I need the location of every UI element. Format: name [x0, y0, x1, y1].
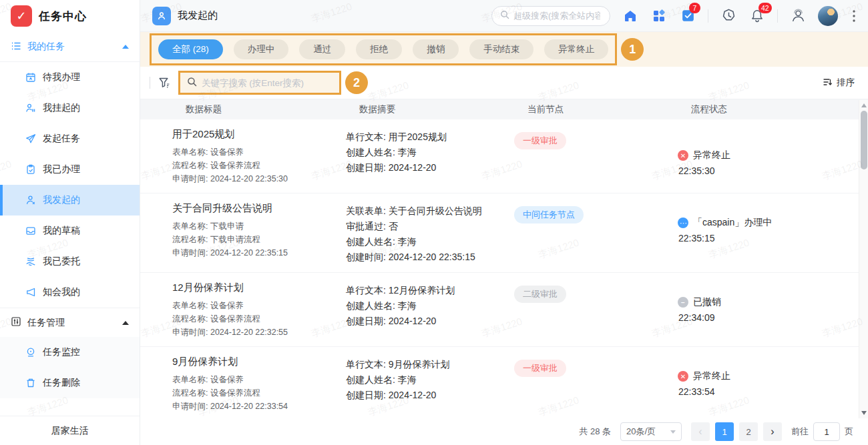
sidebar-item-task-delete[interactable]: 任务删除 [0, 368, 140, 398]
page-button-1[interactable]: 1 [715, 422, 734, 441]
sidebar-item-label: 我已办理 [43, 163, 80, 175]
footer-label: 居家生活 [51, 425, 89, 437]
filter-tab-revoked[interactable]: 撤销 [413, 39, 459, 59]
status-time: 22:35:15 [678, 233, 868, 244]
sidebar-item-initiate-task[interactable]: 发起任务 [0, 123, 140, 154]
next-page-button[interactable]: › [763, 422, 782, 441]
scroll-up-icon[interactable] [861, 103, 867, 107]
scroll-down-icon[interactable] [861, 411, 867, 415]
sidebar-item-drafts[interactable]: 我的草稿 [0, 215, 140, 246]
keyword-search[interactable] [182, 77, 338, 89]
row-summary: 创建人姓名: 李海 [346, 145, 514, 160]
sort-label: 排序 [837, 77, 855, 89]
page-person-icon [152, 7, 171, 25]
table-row[interactable]: 12月份保养计划 表单名称: 设备保养 流程名称: 设备保养流程 申请时间: 2… [140, 273, 868, 347]
status-filter-strip: 全部 (28) 办理中 通过 拒绝 撤销 手动结束 异常终止 1 [140, 32, 868, 67]
filter-tab-processing[interactable]: 办理中 [234, 39, 289, 59]
sidebar-item-delegated[interactable]: 我已委托 [0, 246, 140, 277]
kebab-menu-icon[interactable] [849, 7, 859, 25]
sidebar-item-initiated-by-me[interactable]: 我发起的 [0, 185, 140, 215]
logo-check-icon: ✓ [11, 5, 32, 27]
row-summary: 创建日期: 2024-12-20 [346, 160, 514, 175]
total-count: 共 28 条 [579, 426, 611, 438]
support-person-icon[interactable] [789, 7, 807, 25]
filter-tab-manual-end[interactable]: 手动结束 [469, 39, 533, 59]
sidebar-item-task-monitor[interactable]: 任务监控 [0, 337, 140, 368]
sidebar-item-label: 任务监控 [43, 346, 80, 358]
row-meta: 流程名称: 设备保养流程 [172, 312, 346, 326]
page-button-2[interactable]: 2 [739, 422, 758, 441]
filter-tab-rejected[interactable]: 拒绝 [356, 39, 402, 59]
inbox-icon [25, 226, 36, 236]
scrollbar[interactable] [859, 100, 868, 418]
table-row[interactable]: 关于合同升级公告说明 表单名称: 下载申请 流程名称: 下载申请流程 申请时间:… [140, 193, 868, 273]
row-summary: 关联表单: 关于合同升级公告说明 [346, 203, 514, 219]
row-title[interactable]: 9月份保养计划 [172, 356, 346, 368]
search-icon [187, 77, 197, 89]
list-toolbar: 2 排序 [140, 67, 868, 99]
collapse-arrow-icon [122, 45, 129, 49]
row-summary: 创建日期: 2024-12-20 [346, 388, 514, 403]
filter-tab-all[interactable]: 全部 (28) [158, 39, 223, 59]
processing-icon: ⋯ [678, 217, 688, 228]
revoked-icon: − [678, 297, 688, 308]
todo-count-badge: 7 [689, 3, 700, 13]
error-icon: ✕ [678, 371, 688, 382]
chevron-down-icon [670, 430, 676, 434]
goto-unit: 页 [845, 426, 853, 438]
keyword-search-input[interactable] [202, 78, 322, 88]
home-icon[interactable] [622, 7, 639, 25]
app-title: 任务中心 [39, 9, 87, 24]
sidebar-group-task-management[interactable]: 任务管理 [0, 308, 140, 337]
app-logo[interactable]: ✓ 任务中心 [0, 0, 140, 32]
calendar-icon [25, 72, 36, 83]
filter-tab-approved[interactable]: 通过 [299, 39, 345, 59]
row-title[interactable]: 关于合同升级公告说明 [172, 202, 346, 215]
sidebar-item-label: 任务删除 [43, 377, 80, 389]
sidebar-footer-home-life[interactable]: 居家生活 [0, 416, 140, 445]
task-check-icon[interactable]: 7 [679, 7, 696, 25]
table-row[interactable]: 用于2025规划 表单名称: 设备保养 流程名称: 设备保养流程 申请时间: 2… [140, 119, 868, 193]
sidebar-item-suspended[interactable]: 我挂起的 [0, 93, 140, 123]
row-meta: 申请时间: 2024-12-20 22:32:55 [172, 326, 346, 339]
history-clock-icon[interactable] [720, 7, 737, 25]
table-row[interactable]: 9月份保养计划 表单名称: 设备保养 流程名称: 设备保养流程 申请时间: 20… [140, 347, 868, 421]
global-search-input[interactable] [513, 11, 600, 21]
node-badge: 一级审批 [514, 132, 566, 149]
sidebar-item-cc-me[interactable]: 知会我的 [0, 277, 140, 308]
page-size-select[interactable]: 20条/页 [620, 422, 682, 441]
trash-icon [25, 378, 36, 388]
row-summary: 单行文本: 9月份保养计划 [346, 357, 514, 372]
user-avatar[interactable] [818, 6, 838, 26]
bell-icon[interactable]: 42 [748, 7, 766, 25]
row-title[interactable]: 12月份保养计划 [172, 282, 346, 294]
apps-grid-icon[interactable] [650, 7, 668, 25]
annotation-box-2 [178, 71, 341, 95]
filter-funnel-icon[interactable] [158, 77, 170, 89]
prev-page-button[interactable]: ‹ [691, 422, 710, 441]
row-title[interactable]: 用于2025规划 [172, 128, 346, 141]
page-title: 我发起的 [178, 9, 218, 22]
goto-page: 前往 页 [791, 422, 853, 441]
global-search[interactable] [491, 6, 610, 26]
filter-tab-abnormal-end[interactable]: 异常终止 [544, 39, 608, 59]
topbar-actions: 7 42 [491, 6, 859, 26]
person-pause-icon [25, 103, 36, 113]
node-badge: 中间任务节点 [514, 206, 584, 224]
row-summary: 单行文本: 用于2025规划 [346, 129, 514, 145]
status-label: 异常终止 [693, 370, 730, 382]
sidebar-item-todo[interactable]: 待我办理 [0, 62, 140, 93]
page-size-value: 20条/页 [626, 426, 656, 438]
sort-button[interactable]: 排序 [823, 77, 855, 89]
status-label: 已撤销 [693, 296, 721, 308]
status-time: 22:34:09 [678, 312, 868, 323]
sidebar: ✓ 任务中心 我的任务 待我办理 我挂起的 发起任务 我已办理 [0, 0, 140, 445]
scrollbar-thumb[interactable] [861, 111, 867, 169]
paper-plane-icon [25, 133, 36, 144]
clipboard-check-icon [25, 164, 36, 175]
goto-page-input[interactable] [813, 422, 840, 441]
sidebar-item-label: 我发起的 [43, 194, 80, 206]
sidebar-group-my-tasks[interactable]: 我的任务 [0, 32, 140, 61]
sidebar-item-handled[interactable]: 我已办理 [0, 154, 140, 185]
divider [777, 9, 778, 23]
